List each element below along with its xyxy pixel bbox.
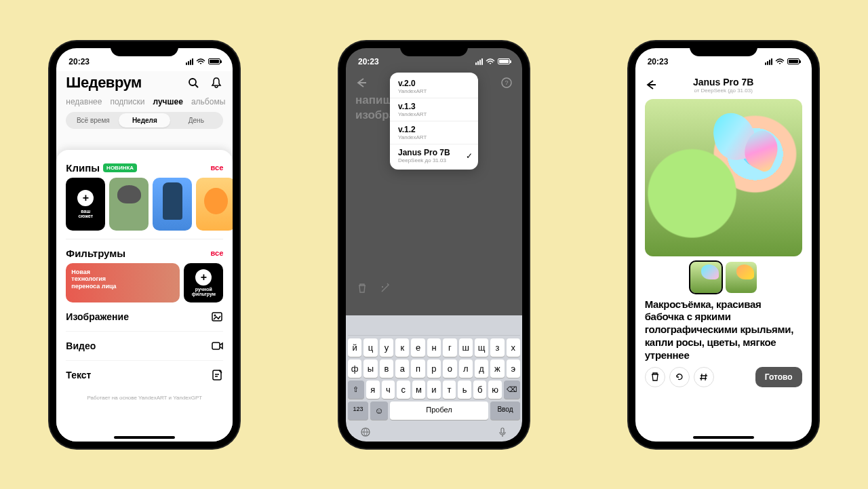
keyboard-row-1: й ц у к е н г ш щ з х (348, 338, 520, 357)
shift-key[interactable]: ⇧ (348, 380, 364, 399)
model-option-title: Janus Pro 7B (398, 148, 470, 157)
generated-image[interactable] (645, 99, 802, 256)
key[interactable]: е (411, 338, 425, 357)
key[interactable]: п (411, 359, 425, 378)
status-time: 20:23 (648, 57, 669, 66)
key[interactable]: ы (363, 359, 377, 378)
signal-icon (475, 58, 483, 65)
model-option-sub: YandexART (398, 134, 470, 140)
filter-promo-text: Новая технология переноса лица (71, 269, 174, 290)
model-option-v20[interactable]: v.2.0 YandexART (390, 75, 478, 98)
phone-model-picker: 20:23 ? напиш ля изобра v.2.0 YandexART (339, 41, 529, 448)
key[interactable]: л (459, 359, 473, 378)
key[interactable]: ф (348, 359, 361, 378)
clip-thumb-2[interactable] (153, 178, 192, 231)
key[interactable]: я (366, 380, 380, 399)
variant-thumbs (645, 262, 802, 293)
model-subtitle: от DeepSeek (до 31.03) (663, 87, 785, 94)
notch (400, 41, 468, 56)
delete-button[interactable] (645, 367, 665, 387)
hashtag-button[interactable] (694, 367, 714, 387)
create-text-label: Текст (66, 370, 91, 380)
key[interactable]: ю (488, 380, 502, 399)
keyboard-suggestions[interactable] (348, 318, 520, 336)
key[interactable]: з (490, 338, 504, 357)
backspace-key[interactable]: ⌫ (504, 380, 520, 399)
create-text-row[interactable]: Текст (66, 361, 223, 389)
model-option-v12[interactable]: v.1.2 YandexART (390, 121, 478, 144)
create-image-row[interactable]: Изображение (66, 302, 223, 332)
numbers-key[interactable]: 123 (348, 402, 368, 420)
magic-icon[interactable] (380, 283, 391, 294)
variant-thumb-2[interactable] (726, 262, 757, 293)
plus-icon: + (77, 190, 94, 206)
new-badge: НОВИНКА (103, 163, 137, 172)
enter-key[interactable]: Ввод (490, 402, 520, 420)
home-indicator[interactable] (693, 436, 754, 439)
key[interactable]: й (348, 338, 361, 357)
key[interactable]: д (475, 359, 488, 378)
clip-thumb-1[interactable] (109, 178, 149, 231)
key[interactable]: ш (459, 338, 473, 357)
key[interactable]: в (380, 359, 393, 378)
keyboard-row-3: ⇧ я ч с м и т ь б ю ⌫ (348, 380, 520, 399)
key[interactable]: ч (382, 380, 395, 399)
key[interactable]: р (427, 359, 441, 378)
key[interactable]: э (507, 359, 520, 378)
key[interactable]: т (443, 380, 456, 399)
clips-row[interactable]: + ваш сюжет (66, 178, 223, 231)
model-option-v13[interactable]: v.1.3 YandexART (390, 98, 478, 121)
key[interactable]: о (443, 359, 456, 378)
key[interactable]: ь (458, 380, 471, 399)
filters-row: Новая технология переноса лица + ручной … (66, 263, 223, 302)
done-button[interactable]: Готово (755, 367, 802, 387)
key[interactable]: х (507, 338, 520, 357)
key[interactable]: к (395, 338, 409, 357)
key[interactable]: а (395, 359, 409, 378)
create-video-row[interactable]: Видео (66, 332, 223, 361)
clip-thumb-3[interactable] (196, 178, 233, 231)
key[interactable]: и (427, 380, 441, 399)
mic-icon[interactable] (497, 427, 508, 437)
home-indicator[interactable] (114, 436, 175, 439)
status-time: 20:23 (68, 57, 90, 66)
filter-promo[interactable]: Новая технология переноса лица (66, 263, 180, 302)
status-icons (475, 58, 510, 65)
clips-all-link[interactable]: все (211, 163, 224, 172)
back-icon[interactable] (355, 77, 368, 89)
space-key[interactable]: Пробел (390, 402, 488, 420)
emoji-key[interactable]: ☺ (370, 402, 388, 420)
key[interactable]: м (412, 380, 426, 399)
filters-header: Фильтрумы все (66, 248, 223, 259)
back-icon[interactable] (645, 79, 657, 91)
model-option-title: v.1.3 (398, 102, 470, 111)
regenerate-button[interactable] (669, 367, 690, 387)
help-icon[interactable]: ? (500, 77, 513, 89)
key[interactable]: б (473, 380, 487, 399)
model-option-title: v.2.0 (398, 79, 470, 88)
key[interactable]: н (427, 338, 441, 357)
phone-feed: 20:23 Шедеврум недавнее подписки лу (50, 41, 239, 448)
phone-result: 20:23 Janus Pro 7B от DeepSeek (до 31.03… (629, 41, 818, 448)
filter-manual[interactable]: + ручной фильтрум (184, 263, 223, 302)
filters-all-link[interactable]: все (211, 249, 224, 257)
wifi-icon (775, 58, 785, 65)
key[interactable]: ж (490, 359, 504, 378)
key[interactable]: щ (475, 338, 488, 357)
key[interactable]: ц (363, 338, 377, 357)
trash-icon[interactable] (357, 283, 368, 294)
footnote: Работает на основе YandexART и YandexGPT (66, 395, 223, 401)
variant-thumb-1[interactable] (690, 262, 722, 293)
key[interactable]: г (443, 338, 456, 357)
key[interactable]: с (397, 380, 410, 399)
battery-icon (208, 58, 220, 64)
clip-create-own[interactable]: + ваш сюжет (66, 178, 105, 231)
keyboard-row-4: 123 ☺ Пробел Ввод (348, 402, 520, 420)
model-option-janus[interactable]: Janus Pro 7B DeepSeek до 31.03 ✓ (390, 144, 478, 167)
globe-icon[interactable] (360, 427, 371, 437)
key[interactable]: у (380, 338, 393, 357)
image-icon (211, 311, 223, 323)
status-icons (186, 58, 220, 65)
check-icon: ✓ (466, 151, 473, 161)
create-video-label: Видео (66, 340, 96, 351)
